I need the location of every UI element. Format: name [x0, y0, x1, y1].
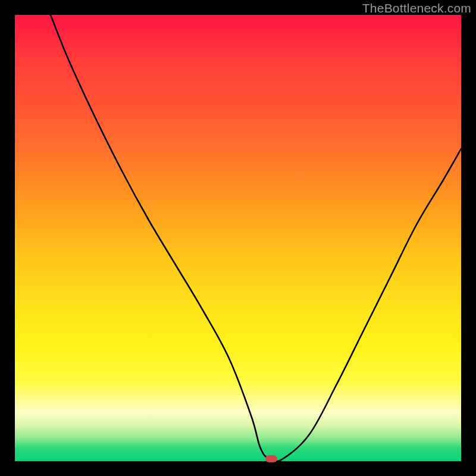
curve-path — [51, 15, 461, 461]
watermark-text: TheBottleneck.com — [362, 1, 471, 15]
bottleneck-curve — [15, 15, 461, 461]
plot-area — [15, 15, 461, 461]
optimum-marker — [265, 455, 277, 462]
chart-frame: TheBottleneck.com — [0, 0, 476, 476]
